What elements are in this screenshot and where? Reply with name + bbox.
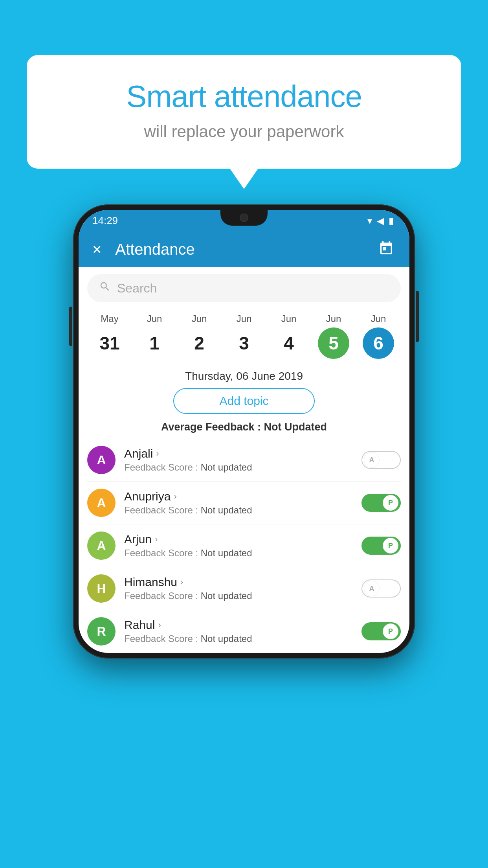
student-feedback-0: Feedback Score : Not updated — [124, 462, 353, 473]
calendar-day-4[interactable]: Jun4 — [266, 313, 311, 359]
attendance-toggle-1[interactable]: P — [361, 494, 401, 512]
student-info-0: Anjali ›Feedback Score : Not updated — [124, 447, 353, 473]
search-bar[interactable]: Search — [87, 274, 401, 302]
toggle-knob-4: P — [383, 623, 398, 639]
close-button[interactable]: × — [92, 241, 101, 258]
student-feedback-3: Feedback Score : Not updated — [124, 590, 353, 601]
chevron-icon: › — [155, 534, 158, 544]
battery-icon: ▮ — [389, 215, 394, 226]
attendance-toggle-3[interactable]: A — [361, 579, 401, 598]
calendar-day-3[interactable]: Jun3 — [222, 313, 266, 359]
student-feedback-4: Feedback Score : Not updated — [124, 633, 353, 644]
calendar-strip: May31Jun1Jun2Jun3Jun4Jun5Jun6 — [79, 309, 409, 366]
attendance-toggle-4[interactable]: P — [361, 622, 401, 640]
cal-date: 6 — [363, 327, 394, 359]
toggle-knob-3: A — [364, 581, 380, 596]
chevron-icon: › — [156, 449, 159, 459]
cal-month: Jun — [222, 313, 266, 324]
student-item-2[interactable]: AArjun ›Feedback Score : Not updatedP — [87, 524, 401, 567]
attendance-toggle-2[interactable]: P — [361, 537, 401, 555]
cal-month: Jun — [266, 313, 311, 324]
signal-icon: ◀ — [377, 215, 384, 226]
cal-date: 4 — [273, 327, 305, 359]
student-avatar-2: A — [87, 531, 116, 560]
toggle-container-1[interactable]: P — [361, 494, 401, 512]
cal-date: 1 — [139, 327, 170, 359]
calendar-day-1[interactable]: Jun1 — [132, 313, 177, 359]
student-name-4: Rahul › — [124, 618, 353, 632]
student-info-1: Anupriya ›Feedback Score : Not updated — [124, 490, 353, 516]
wifi-icon: ▾ — [367, 215, 372, 226]
cal-date: 2 — [183, 327, 215, 359]
phone-outer: 14:29 ▾ ◀ ▮ × Attendance — [73, 204, 415, 658]
student-info-4: Rahul ›Feedback Score : Not updated — [124, 618, 353, 644]
chevron-icon: › — [180, 577, 183, 587]
phone-notch — [220, 210, 268, 226]
cal-month: Jun — [356, 313, 401, 324]
avg-feedback-label: Average Feedback : — [161, 421, 264, 433]
student-avatar-3: H — [87, 574, 116, 603]
speech-bubble: Smart attendance will replace your paper… — [27, 55, 461, 169]
header-title: Attendance — [115, 241, 378, 258]
search-placeholder: Search — [117, 281, 157, 296]
phone-screen: 14:29 ▾ ◀ ▮ × Attendance — [79, 210, 409, 653]
phone-btn-right — [416, 291, 419, 342]
student-name-2: Arjun › — [124, 533, 353, 546]
student-info-3: Himanshu ›Feedback Score : Not updated — [124, 576, 353, 601]
cal-month: Jun — [177, 313, 222, 324]
cal-date: 31 — [94, 327, 125, 359]
student-avatar-1: A — [87, 489, 116, 517]
avg-feedback-value: Not Updated — [264, 421, 327, 433]
speech-bubble-container: Smart attendance will replace your paper… — [27, 55, 461, 169]
attendance-toggle-0[interactable]: A — [361, 451, 401, 469]
student-item-0[interactable]: AAnjali ›Feedback Score : Not updatedA — [87, 439, 401, 482]
avg-feedback: Average Feedback : Not Updated — [79, 421, 409, 433]
chevron-icon: › — [174, 491, 176, 502]
student-feedback-2: Feedback Score : Not updated — [124, 548, 353, 559]
add-topic-button[interactable]: Add topic — [173, 388, 315, 414]
toggle-container-3[interactable]: A — [361, 579, 401, 598]
student-name-0: Anjali › — [124, 447, 353, 460]
calendar-day-0[interactable]: May31 — [87, 313, 132, 359]
calendar-day-6[interactable]: Jun6 — [356, 313, 401, 359]
student-name-3: Himanshu › — [124, 576, 353, 589]
selected-date-label: Thursday, 06 June 2019 — [79, 370, 409, 383]
status-icons: ▾ ◀ ▮ — [367, 215, 394, 226]
status-time: 14:29 — [92, 215, 118, 227]
student-avatar-0: A — [87, 446, 116, 474]
student-item-1[interactable]: AAnupriya ›Feedback Score : Not updatedP — [87, 482, 401, 524]
toggle-knob-1: P — [383, 495, 398, 511]
app-header: × Attendance — [79, 232, 409, 267]
bubble-title: Smart attendance — [58, 79, 430, 114]
bubble-subtitle: will replace your paperwork — [58, 122, 430, 141]
cal-month: May — [87, 313, 132, 324]
student-list: AAnjali ›Feedback Score : Not updatedAAA… — [79, 439, 409, 653]
chevron-icon: › — [158, 620, 161, 630]
phone-btn-left — [69, 307, 72, 346]
phone-container: 14:29 ▾ ◀ ▮ × Attendance — [73, 204, 415, 658]
student-feedback-1: Feedback Score : Not updated — [124, 505, 353, 516]
cal-date: 3 — [228, 327, 260, 359]
search-icon — [99, 281, 111, 296]
toggle-container-4[interactable]: P — [361, 622, 401, 640]
calendar-day-2[interactable]: Jun2 — [177, 313, 222, 359]
phone-camera — [240, 213, 248, 222]
student-item-4[interactable]: RRahul ›Feedback Score : Not updatedP — [87, 610, 401, 653]
toggle-container-2[interactable]: P — [361, 537, 401, 555]
cal-month: Jun — [311, 313, 356, 324]
cal-date: 5 — [318, 327, 349, 359]
student-avatar-4: R — [87, 617, 116, 645]
student-info-2: Arjun ›Feedback Score : Not updated — [124, 533, 353, 559]
calendar-day-5[interactable]: Jun5 — [311, 313, 356, 359]
toggle-container-0[interactable]: A — [361, 451, 401, 469]
toggle-knob-2: P — [383, 538, 398, 554]
toggle-knob-0: A — [364, 452, 380, 468]
calendar-button[interactable] — [378, 241, 396, 258]
student-name-1: Anupriya › — [124, 490, 353, 503]
student-item-3[interactable]: HHimanshu ›Feedback Score : Not updatedA — [87, 567, 401, 610]
cal-month: Jun — [132, 313, 177, 324]
